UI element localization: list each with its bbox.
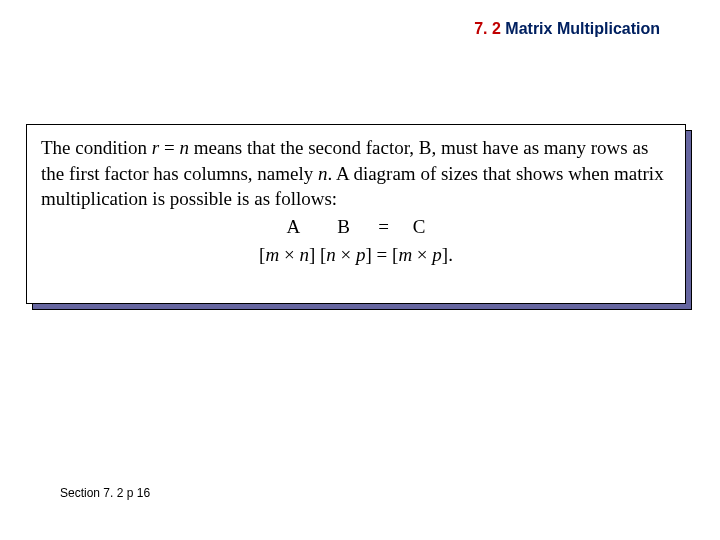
var-n: n — [179, 137, 189, 158]
equation-line-1: A B = C — [41, 214, 671, 240]
var-m: m — [265, 244, 279, 265]
section-number: 7. 2 — [474, 20, 501, 37]
content-panel: The condition r = n means that the secon… — [26, 124, 686, 304]
text-run: × — [279, 244, 299, 265]
var-n: n — [326, 244, 336, 265]
var-n: n — [299, 244, 309, 265]
section-title: Matrix Multiplication — [505, 20, 660, 37]
slide-footer: Section 7. 2 p 16 — [60, 486, 150, 500]
text-run: = — [159, 137, 179, 158]
bracket: ] [ — [309, 244, 326, 265]
text-run: × — [412, 244, 432, 265]
var-p: p — [356, 244, 366, 265]
paragraph: The condition r = n means that the secon… — [41, 135, 671, 212]
text-run: The condition — [41, 137, 152, 158]
var-m: m — [398, 244, 412, 265]
var-n: n — [318, 163, 328, 184]
equation-symbols: A B = C — [287, 216, 426, 237]
bracket: ]. — [442, 244, 453, 265]
var-p: p — [432, 244, 442, 265]
slide-header: 7. 2 Matrix Multiplication — [0, 0, 720, 38]
bracket: ] = [ — [366, 244, 399, 265]
text-run: × — [336, 244, 356, 265]
equation-line-2: [m × n] [n × p] = [m × p]. — [41, 242, 671, 268]
